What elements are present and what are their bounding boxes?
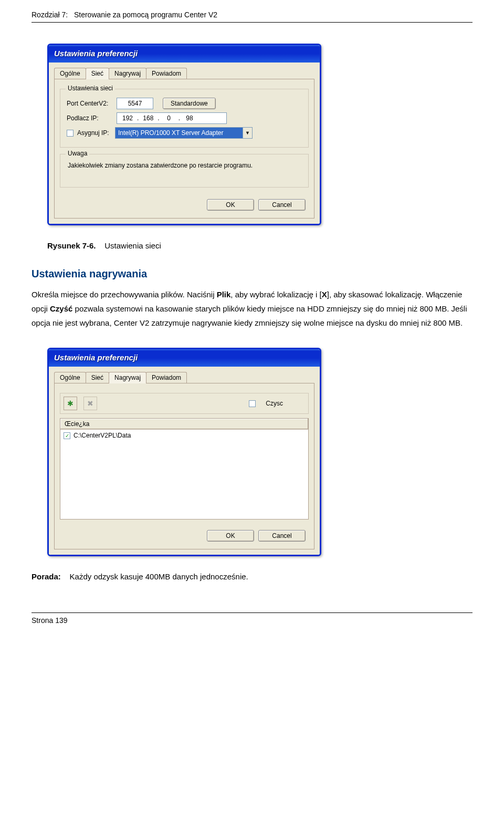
- dialog-title: Ustawienia preferencji: [49, 45, 320, 63]
- chapter-prefix: Rozdział 7:: [32, 11, 68, 19]
- tip-text: Każdy odzysk kasuje 400MB danych jednocz…: [70, 572, 248, 581]
- tab-network[interactable]: Sieć: [86, 372, 109, 383]
- tip-line: Porada: Każdy odzysk kasuje 400MB danych…: [32, 572, 472, 581]
- network-legend: Ustawienia sieci: [66, 85, 115, 92]
- recording-description: Określa miejsce do przechowywania plików…: [32, 287, 472, 330]
- adapter-select[interactable]: Intel(R) PRO/1000 XT Server Adapter ▼: [115, 127, 253, 139]
- record-toolbar: ✱ ✖ Czysc: [60, 393, 309, 414]
- tab-notify[interactable]: Powiadom: [146, 68, 187, 79]
- cancel-button[interactable]: Cancel: [258, 530, 306, 542]
- section-heading: Ustawienia nagrywania: [32, 268, 472, 280]
- port-input[interactable]: [117, 98, 153, 109]
- note-legend: Uwaga: [66, 150, 89, 157]
- page-number: Strona 139: [32, 616, 68, 625]
- asterisk-icon: ✱: [67, 399, 74, 408]
- path-value: C:\CenterV2PL\Data: [74, 432, 131, 439]
- tab-general[interactable]: Ogólne: [54, 68, 86, 79]
- tab-bar: Ogólne Sieć Nagrywaj Powiadom: [54, 372, 314, 383]
- delete-icon: ✖: [87, 399, 93, 408]
- note-group: Uwaga Jakiekolwiek zmiany zostana zatwie…: [60, 154, 309, 188]
- dialog-title: Ustawienia preferencji: [49, 349, 320, 367]
- connect-ip-label: Podlacz IP:: [67, 115, 117, 122]
- chapter-header: Rozdział 7: Sterowanie za pomocą program…: [32, 11, 472, 23]
- preferences-dialog-record: Ustawienia preferencji Ogólne Sieć Nagry…: [47, 348, 321, 556]
- assign-ip-label: Asygnuj IP:: [77, 129, 115, 137]
- recycle-label: Czysc: [266, 400, 283, 407]
- figure-label: Rysunek 7-6.: [47, 241, 96, 250]
- delete-path-button[interactable]: ✖: [83, 397, 97, 410]
- cancel-button[interactable]: Cancel: [258, 199, 306, 211]
- tab-notify[interactable]: Powiadom: [146, 372, 187, 383]
- tab-record[interactable]: Nagrywaj: [109, 68, 146, 79]
- ok-button[interactable]: OK: [207, 199, 254, 211]
- tab-general[interactable]: Ogólne: [54, 372, 86, 383]
- port-label: Port CenterV2:: [67, 100, 117, 107]
- connect-ip-input[interactable]: 192. 168. 0. 98: [117, 112, 227, 124]
- path-row-checkbox[interactable]: ✓: [64, 432, 70, 439]
- note-text: Jakiekolwiek zmiany zostana zatwierdzone…: [67, 160, 302, 182]
- assign-ip-checkbox[interactable]: [67, 130, 74, 137]
- ok-button[interactable]: OK: [207, 530, 254, 542]
- preferences-dialog-network: Ustawienia preferencji Ogólne Sieć Nagry…: [47, 44, 321, 225]
- tip-label: Porada:: [32, 572, 61, 581]
- default-port-button[interactable]: Standardowe: [163, 98, 216, 109]
- tab-network[interactable]: Sieć: [86, 68, 109, 79]
- tab-record[interactable]: Nagrywaj: [109, 372, 146, 383]
- page-footer: Strona 139: [32, 612, 472, 625]
- list-item[interactable]: ✓ C:\CenterV2PL\Data: [64, 432, 305, 439]
- add-path-button[interactable]: ✱: [64, 397, 77, 410]
- chevron-down-icon[interactable]: ▼: [243, 127, 253, 139]
- recycle-checkbox[interactable]: [249, 400, 256, 407]
- figure-text: Ustawienia sieci: [104, 241, 161, 250]
- chapter-title: Sterowanie za pomocą programu Center V2: [74, 11, 217, 19]
- adapter-value: Intel(R) PRO/1000 XT Server Adapter: [115, 127, 243, 139]
- path-listbox: Œcie¿ka ✓ C:\CenterV2PL\Data: [60, 418, 309, 520]
- path-column-header[interactable]: Œcie¿ka: [60, 419, 308, 430]
- figure-caption: Rysunek 7-6. Ustawienia sieci: [47, 241, 472, 250]
- tab-bar: Ogólne Sieć Nagrywaj Powiadom: [54, 68, 314, 79]
- network-settings-group: Ustawienia sieci Port CenterV2: Standard…: [60, 89, 309, 148]
